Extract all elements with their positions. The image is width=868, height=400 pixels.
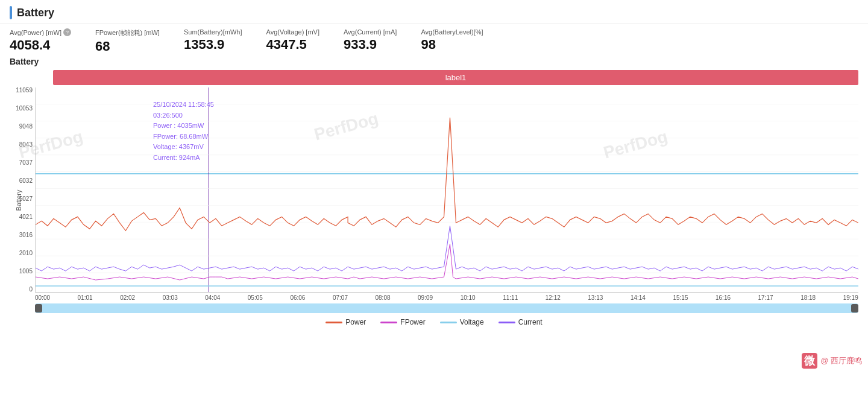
- x-tick: 01:01: [78, 294, 93, 301]
- chart-area[interactable]: 25/10/2024 11:58:45 03:26:500 Power : 40…: [35, 87, 858, 293]
- stat-value: 4058.4: [10, 37, 50, 53]
- legend-line-color: [380, 322, 397, 323]
- y-ticks: 1105910053904880437037603250274021301620…: [10, 87, 34, 293]
- stat-label: Avg(Power) [mW]?: [10, 28, 71, 36]
- x-tick: 15:15: [673, 294, 688, 301]
- page-title: Battery: [17, 7, 54, 19]
- page-header: Battery: [0, 0, 868, 24]
- stat-value: 4347.5: [266, 37, 307, 52]
- legend-item: Power: [326, 318, 366, 326]
- chart-title: Battery: [10, 57, 858, 66]
- stat-value: 98: [421, 37, 435, 52]
- stat-item: Avg(Current) [mA]933.9: [344, 28, 397, 52]
- header-accent-bar: [10, 6, 12, 19]
- legend-label: Power: [345, 318, 366, 326]
- x-tick: 03:03: [163, 294, 178, 301]
- stat-value: 933.9: [344, 37, 377, 52]
- stat-label: Avg(Voltage) [mV]: [266, 28, 319, 36]
- legend-label: Voltage: [460, 318, 484, 326]
- current-line: [36, 226, 858, 271]
- stat-value: 1353.9: [184, 37, 224, 52]
- stat-item: Sum(Battery)[mWh]1353.9: [184, 28, 242, 52]
- x-tick: 10:10: [461, 294, 476, 301]
- y-tick: 8043: [10, 142, 33, 148]
- legend-label: Current: [518, 318, 542, 326]
- x-tick: 13:13: [588, 294, 603, 301]
- y-tick: 0: [10, 287, 33, 293]
- x-tick: 12:12: [546, 294, 561, 301]
- stats-row: Avg(Power) [mW]?4058.4FPower(帧能耗) [mW]68…: [0, 24, 868, 57]
- y-tick: 2010: [10, 250, 33, 256]
- stat-label: Sum(Battery)[mWh]: [184, 28, 242, 36]
- fpower-line: [36, 244, 858, 280]
- x-tick: 00:00: [35, 294, 50, 301]
- x-tick: 11:11: [503, 294, 518, 301]
- x-tick: 19:19: [843, 294, 858, 301]
- y-tick: 11059: [10, 87, 33, 94]
- stat-item: Avg(BatteryLevel)[%]98: [421, 28, 483, 52]
- y-tick: 9048: [10, 124, 33, 130]
- x-tick: 02:02: [120, 294, 135, 301]
- y-tick: 5027: [10, 196, 33, 202]
- y-tick: 3016: [10, 232, 33, 238]
- power-line: [36, 118, 858, 230]
- x-tick: 05:05: [248, 294, 263, 301]
- y-tick: 4021: [10, 214, 33, 220]
- stat-value: 68: [95, 39, 110, 54]
- scrollbar-right-handle[interactable]: [851, 304, 858, 313]
- chart-section: PerfDog PerfDog PerfDog Battery label1 B…: [0, 57, 868, 326]
- x-tick: 09:09: [418, 294, 433, 301]
- x-tick: 14:14: [631, 294, 646, 301]
- weibo-badge: 微 @ 西厅鹿鸣: [802, 353, 862, 369]
- legend-line-color: [498, 322, 515, 323]
- chart-svg: [36, 87, 858, 292]
- legend-item: Current: [498, 318, 542, 326]
- help-icon[interactable]: ?: [63, 28, 71, 36]
- x-tick: 18:18: [800, 294, 816, 301]
- scrollbar[interactable]: [35, 303, 858, 313]
- chart-wrapper: Battery 11059100539048804370376032502740…: [10, 87, 858, 313]
- legend-line-color: [440, 322, 457, 323]
- legend-item: Voltage: [440, 318, 484, 326]
- legend-label: FPower: [400, 318, 425, 326]
- x-tick: 08:08: [376, 294, 391, 301]
- x-tick: 17:17: [758, 294, 773, 301]
- label-bar: label1: [53, 70, 858, 85]
- y-tick: 6032: [10, 178, 33, 184]
- y-tick: 10053: [10, 106, 33, 112]
- x-tick: 07:07: [333, 294, 348, 301]
- weibo-text: @ 西厅鹿鸣: [820, 355, 862, 366]
- y-tick: 7037: [10, 160, 33, 166]
- x-ticks: 00:0001:0102:0203:0304:0405:0506:0607:07…: [35, 294, 858, 301]
- stat-label: Avg(BatteryLevel)[%]: [421, 28, 483, 36]
- legend: PowerFPowerVoltageCurrent: [10, 318, 858, 326]
- legend-item: FPower: [380, 318, 425, 326]
- stat-label: FPower(帧能耗) [mW]: [95, 28, 160, 37]
- stat-item: Avg(Power) [mW]?4058.4: [10, 28, 71, 53]
- y-tick: 1005: [10, 268, 33, 275]
- x-tick: 16:16: [715, 294, 731, 301]
- stat-item: Avg(Voltage) [mV]4347.5: [266, 28, 319, 52]
- stat-item: FPower(帧能耗) [mW]68: [95, 28, 160, 54]
- scrollbar-left-handle[interactable]: [35, 304, 42, 313]
- x-tick: 06:06: [290, 294, 305, 301]
- legend-line-color: [326, 322, 342, 323]
- x-tick: 04:04: [205, 294, 220, 301]
- stat-label: Avg(Current) [mA]: [344, 28, 397, 36]
